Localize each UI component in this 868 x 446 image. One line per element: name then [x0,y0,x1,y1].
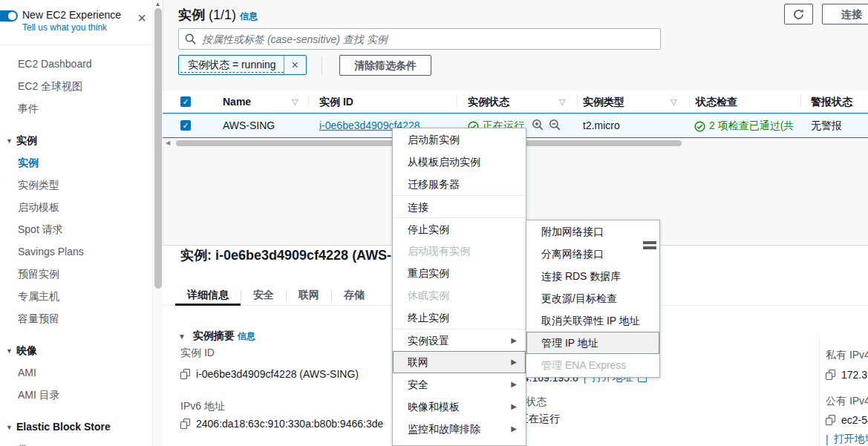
tab-storage[interactable]: 存储 [332,285,376,306]
filter-chip-remove-icon[interactable]: × [284,56,306,74]
details-title: 实例: i-0e6be3d4909cf4228 (AWS-SING) [180,246,428,264]
menu-item-migrate-server[interactable]: 迁移服务器 [393,173,526,195]
sort-icon[interactable]: ▽ [559,97,565,107]
divider [819,338,820,446]
tab-details[interactable]: 详细信息 [175,285,241,306]
tab-security[interactable]: 安全 [241,285,286,306]
row-checkbox[interactable]: ✓ [180,120,191,131]
column-header-alarm[interactable]: 警报状态 [811,96,852,109]
instance-count: (1/1) [209,7,236,22]
section-arrow-icon: ▼ [6,347,13,355]
sidebar-item-ec2-dashboard[interactable]: EC2 Dashboard [0,53,152,75]
sidebar-item-reserved-instances[interactable]: 预留实例 [0,263,152,285]
menu-item-launch-from-template[interactable]: 从模板启动实例 [393,151,526,173]
divider [800,95,801,108]
menu-item-launch-instance[interactable]: 启动新实例 [393,128,526,151]
menu-item-stop-instance[interactable]: 停止实例 [393,217,526,240]
submenu-item-detach-network-interface[interactable]: 分离网络接口 [526,243,659,265]
info-link[interactable]: 信息 [240,11,258,22]
menu-item-networking[interactable]: 联网▶ [393,351,526,373]
clear-filters-button[interactable]: 清除筛选条件 [339,55,431,76]
section-arrow-icon: ▼ [178,332,186,341]
sidebar-section-ebs[interactable]: ▼Elastic Block Store [0,416,152,438]
menu-item-instance-settings[interactable]: 实例设置▶ [393,329,526,351]
divider [577,95,578,108]
search-box[interactable] [178,28,661,50]
sidebar-item-capacity-reservations[interactable]: 容量预留 [0,307,152,329]
scroll-left-arrow-icon[interactable]: ◀ [166,140,170,146]
sidebar-item-launch-templates[interactable]: 启动模板 [0,196,152,218]
sidebar-section-images[interactable]: ▼映像 [0,339,152,361]
column-header-type[interactable]: 实例类型 [583,96,624,109]
cell-alarm: 无警报 [811,119,842,133]
menu-item-security[interactable]: 安全▶ [393,373,526,396]
divider [322,56,322,74]
column-header-instance-id[interactable]: 实例 ID [319,96,353,109]
submenu-item-disassociate-eip[interactable]: 取消关联弹性 IP 地址 [526,309,659,332]
copy-icon[interactable] [826,415,836,425]
sidebar-scrollbar[interactable]: ▲ [152,0,163,446]
sidebar-item-instance-types[interactable]: 实例类型 [0,174,152,196]
open-address-link-2[interactable]: | 打开地址 [826,433,868,446]
refresh-button[interactable] [784,4,813,24]
column-header-state[interactable]: 实例状态 [468,96,509,109]
panel-resize-handle[interactable] [643,241,659,252]
new-experience-banner: New EC2 Experience Tell us what you thin… [0,0,152,45]
new-experience-toggle[interactable] [0,10,18,22]
search-icon [185,33,196,45]
column-header-status-check[interactable]: 状态检查 [696,96,737,109]
submenu-arrow-icon: ▶ [511,418,517,440]
sidebar-item-dedicated-hosts[interactable]: 专属主机 [0,285,152,307]
menu-item-terminate-instance[interactable]: 终止实例 [393,306,526,329]
cell-name: AWS-SING [223,119,275,131]
submenu-item-connect-rds[interactable]: 连接 RDS 数据库 [526,265,659,287]
scrollbar-thumb[interactable] [154,8,162,289]
sidebar-item-events[interactable]: 事件 [0,97,152,119]
filter-chip-text[interactable]: 实例状态 = running [180,57,284,73]
submenu-item-manage-ip-addresses[interactable]: 管理 IP 地址 [526,332,659,354]
copy-icon[interactable] [180,419,191,429]
zoom-in-icon[interactable] [532,119,544,134]
instance-id-label: 实例 ID [180,347,215,360]
page-title: 实例 (1/1) 信息 [178,6,258,24]
menu-item-image-and-templates[interactable]: 映像和模板▶ [393,396,526,418]
submenu-item-attach-network-interface[interactable]: 附加网络接口 [526,220,659,243]
submenu-arrow-icon: ▶ [511,396,517,418]
table-header [163,91,868,113]
sidebar-item-global-view[interactable]: EC2 全球视图 [0,75,152,97]
submenu-arrow-icon: ▶ [511,351,517,373]
sidebar-item-volumes[interactable]: 卷 [0,438,152,446]
ipv6-value: 2406:da18:63c:910:330a:b80b:9466:3de [180,418,383,430]
menu-item-monitor-troubleshoot[interactable]: 监控和故障排除▶ [393,418,526,440]
menu-item-reboot-instance[interactable]: 重启实例 [393,262,526,284]
sidebar-item-savings-plans[interactable]: Savings Plans [0,240,152,263]
sidebar-item-ami[interactable]: AMI [0,361,152,384]
section-arrow-icon: ▼ [6,137,13,145]
banner-feedback-link[interactable]: Tell us what you think [22,22,146,33]
sidebar-item-spot-requests[interactable]: Spot 请求 [0,218,152,240]
info-link[interactable]: 信息 [238,331,255,341]
zoom-out-icon[interactable] [549,119,561,134]
summary-title: 实例摘要 [193,329,235,341]
divider [308,95,309,108]
public-dns-value: ec2-54-169-195-6 [826,414,868,426]
summary-header[interactable]: ▼ 实例摘要 信息 [178,329,255,343]
check-icon: ✓ [182,121,189,130]
sort-icon[interactable]: ▽ [292,97,298,107]
sort-icon[interactable]: ▽ [670,97,676,107]
tab-networking[interactable]: 联网 [287,285,331,306]
sidebar-item-instances[interactable]: 实例 [0,151,152,174]
sidebar-section-instances[interactable]: ▼实例 [0,129,152,151]
select-all-checkbox[interactable]: ✓ [180,96,191,107]
copy-icon[interactable] [180,369,191,379]
search-input[interactable] [202,33,654,45]
menu-item-hibernate-instance: 休眠实例 [393,284,526,306]
submenu-item-change-src-dst-check[interactable]: 更改源/目标检查 [526,287,659,309]
check-icon: ✓ [182,97,189,106]
column-header-name[interactable]: Name [223,96,251,108]
sidebar-item-ami-catalog[interactable]: AMI 目录 [0,384,152,406]
copy-icon[interactable] [826,370,836,380]
close-icon[interactable]: × [137,10,146,25]
menu-item-connect[interactable]: 连接 [393,195,526,217]
connect-button[interactable]: 连接 [822,4,868,24]
